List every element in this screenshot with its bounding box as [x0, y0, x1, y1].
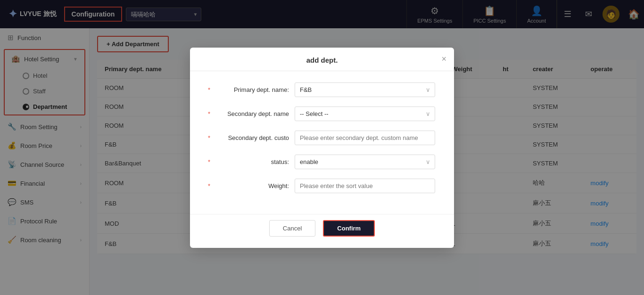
secondary-dept-select[interactable]: -- Select --	[295, 107, 435, 121]
cancel-button[interactable]: Cancel	[269, 220, 315, 237]
confirm-button[interactable]: Confirm	[323, 220, 375, 237]
modal-body: Primary dept. name: F&B ROOM Bar&Banquet…	[190, 71, 454, 214]
secondary-dept-label: Secondary dept. name	[209, 110, 289, 117]
status-label: status:	[209, 158, 289, 165]
form-row-weight: Weight:	[209, 179, 435, 193]
primary-dept-select[interactable]: F&B ROOM Bar&Banquet MOD	[295, 82, 435, 97]
add-dept-modal: add dept. × Primary dept. name: F&B ROOM…	[190, 48, 454, 248]
modal-close-button[interactable]: ×	[441, 54, 446, 64]
modal-overlay: add dept. × Primary dept. name: F&B ROOM…	[0, 0, 644, 295]
form-row-primary-dept: Primary dept. name: F&B ROOM Bar&Banquet…	[209, 82, 435, 97]
secondary-custom-label: Secondary dept. custo	[209, 134, 289, 141]
form-row-custom-name: Secondary dept. custo	[209, 131, 435, 145]
weight-label: Weight:	[209, 182, 289, 189]
weight-input[interactable]	[295, 179, 435, 193]
status-select-wrapper[interactable]: enable disable	[295, 155, 435, 169]
form-row-secondary-dept: Secondary dept. name -- Select --	[209, 107, 435, 121]
modal-footer: Cancel Confirm	[190, 214, 454, 248]
modal-title: add dept.	[306, 56, 338, 64]
primary-dept-label: Primary dept. name:	[209, 86, 289, 93]
form-row-status: status: enable disable	[209, 155, 435, 169]
status-select[interactable]: enable disable	[295, 155, 435, 169]
secondary-custom-input[interactable]	[295, 131, 435, 145]
secondary-dept-select-wrapper[interactable]: -- Select --	[295, 107, 435, 121]
primary-dept-select-wrapper[interactable]: F&B ROOM Bar&Banquet MOD	[295, 82, 435, 97]
modal-header: add dept. ×	[190, 48, 454, 71]
